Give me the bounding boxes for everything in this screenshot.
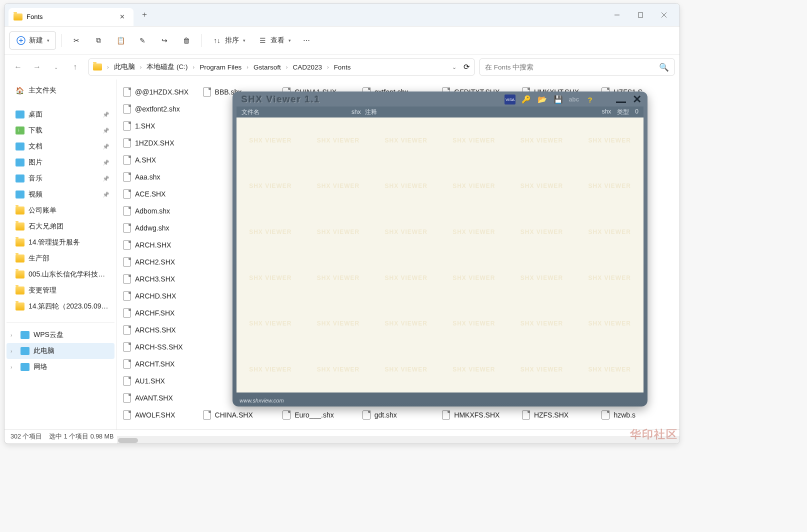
file-item[interactable]: HZFS.SHX [518,406,598,424]
new-button[interactable]: 新建 ▾ [10,32,56,50]
chevron-down-icon[interactable]: ⌄ [452,64,456,70]
back-button[interactable]: ← [10,58,26,76]
card-icon[interactable]: VISA [504,94,516,104]
refresh-button[interactable]: ⟳ [464,62,470,72]
sidebar-item-14.第四轮（2023.05.09-05.[interactable]: 14.第四轮（2023.05.09-05. [6,298,114,314]
sidebar-item-14.管理提升服务[interactable]: 14.管理提升服务 [6,234,114,250]
shx-titlebar[interactable]: SHX Viewer 1.1 VISA 🔑 📂 💾 abc ? ✕ [234,92,646,106]
history-chevron[interactable]: ⌄ [48,58,64,76]
sidebar-item-音乐[interactable]: 音乐 [6,170,114,186]
file-item[interactable]: ARCHT.SHX [119,356,199,372]
sidebar-item-label: 公司账单 [28,206,56,215]
sidebar-home[interactable]: 🏠 主文件夹 [6,82,114,98]
share-button[interactable]: ↪ [154,32,174,50]
breadcrumb-item[interactable]: CAD2023 [290,59,325,75]
sidebar-item-005.山东长信化学科技股份有[interactable]: 005.山东长信化学科技股份有 [6,266,114,282]
file-item[interactable]: Euro___.shx [278,406,358,424]
abc-button[interactable]: abc [568,94,580,104]
breadcrumb-item[interactable]: Gstarsoft [250,59,284,75]
horizontal-scrollbar[interactable] [117,436,680,444]
file-item[interactable]: ARCHD.SHX [119,288,199,304]
tab-fonts[interactable]: Fonts ✕ [8,8,134,26]
sidebar-item-文档[interactable]: 文档 [6,138,114,154]
paste-button[interactable]: 📋 [110,32,130,50]
file-item[interactable]: 1.SHX [119,118,199,134]
cut-button[interactable]: ✂ [66,32,86,50]
file-item[interactable]: @@1HZDX.SHX [119,84,199,100]
sidebar-item-石大兄弟团[interactable]: 石大兄弟团 [6,218,114,234]
file-item[interactable]: AWOLF.SHX [119,406,199,424]
sidebar-item-图片[interactable]: 图片 [6,154,114,170]
file-item[interactable]: gdt.shx [358,406,438,424]
save-icon[interactable]: 💾 [552,94,564,104]
file-item[interactable]: ARCH3.SHX [119,270,199,288]
file-item[interactable]: ARCHF.SHX [119,304,199,322]
file-item[interactable]: hzwb.s [598,406,678,424]
file-name: @extfont2.shx [135,105,180,113]
status-selection: 选中 1 个项目 0.98 MB [49,432,114,441]
close-icon[interactable]: ✕ [632,94,642,104]
file-item[interactable]: ACE.SHX [119,186,199,202]
shx-list-header: 文件名 shx 注释 shx 类型 0 [236,106,644,118]
minimize-icon[interactable] [616,94,626,104]
sidebar-tree-WPS云盘[interactable]: ›WPS云盘 [6,327,114,343]
breadcrumb[interactable]: › 此电脑 › 本地磁盘 (C:) › Program Files › Gsta… [88,58,474,76]
file-name: HZFS.SHX [534,411,568,419]
breadcrumb-item[interactable]: Fonts [331,59,354,75]
breadcrumb-item[interactable]: Program Files [196,59,244,75]
file-item[interactable]: ARCH-SS.SHX [119,338,199,356]
new-label: 新建 [29,36,43,45]
forward-button[interactable]: → [28,58,46,76]
delete-button[interactable]: 🗑 [176,32,196,50]
sidebar-item-公司账单[interactable]: 公司账单 [6,202,114,218]
file-item[interactable]: Adbom.shx [119,202,199,220]
rename-button[interactable]: ✎ [132,32,152,50]
file-item[interactable]: HMKXFS.SHX [438,406,518,424]
close-tab-icon[interactable]: ✕ [118,12,126,22]
more-button[interactable]: ⋯ [298,32,315,50]
new-tab-button[interactable]: ＋ [136,7,152,23]
view-button[interactable]: ☰ 查看 ▾ [252,32,296,50]
sidebar-item-下载[interactable]: 下载 [6,122,114,138]
sidebar-item-视频[interactable]: 视频 [6,186,114,202]
file-item[interactable]: Aaa.shx [119,168,199,186]
breadcrumb-item[interactable]: 此电脑 [111,59,138,75]
search-input[interactable] [485,64,659,71]
file-item[interactable]: ARCH2.SHX [119,254,199,270]
sidebar-item-生产部[interactable]: 生产部 [6,250,114,266]
chevron-right-icon: › [325,64,331,70]
maximize-button[interactable] [629,7,652,23]
file-item[interactable]: ARCHS.SHX [119,322,199,338]
key-icon[interactable]: 🔑 [520,94,532,104]
file-item[interactable]: A.SHX [119,152,199,168]
file-item[interactable]: AVANT.SHX [119,390,199,406]
sidebar-tree-网络[interactable]: ›网络 [6,359,114,375]
file-item[interactable]: Addwg.shx [119,220,199,236]
file-item[interactable]: 1HZDX.SHX [119,134,199,152]
sidebar-item-变更管理[interactable]: 变更管理 [6,282,114,298]
watermark-text: SHX VIEWER [440,301,508,347]
minimize-button[interactable] [606,7,628,23]
open-icon[interactable]: 📂 [536,94,548,104]
file-item[interactable]: AU1.SHX [119,372,199,390]
titlebar: Fonts ✕ ＋ [4,4,680,26]
breadcrumb-item[interactable]: 本地磁盘 (C:) [144,59,190,75]
chevron-right-icon[interactable]: › [10,364,12,370]
copy-button[interactable]: ⧉ [88,32,108,50]
file-item[interactable]: ARCH.SHX [119,236,199,254]
file-item[interactable]: @extfont2.shx [119,100,199,118]
shx-viewer-window[interactable]: SHX Viewer 1.1 VISA 🔑 📂 💾 abc ? ✕ 文件名 sh… [232,92,648,406]
chevron-right-icon[interactable]: › [10,348,12,354]
up-button[interactable]: ↑ [66,58,84,76]
sidebar-tree-此电脑[interactable]: ›此电脑 [6,343,114,359]
search-icon[interactable]: 🔍 [659,62,669,72]
chevron-right-icon[interactable]: › [10,332,12,338]
file-name: ARCH-SS.SHX [135,343,183,351]
file-item[interactable]: CHINA.SHX [199,406,279,424]
help-icon[interactable]: ? [584,94,596,104]
sidebar-item-桌面[interactable]: 桌面 [6,106,114,122]
close-window-button[interactable] [652,7,676,23]
scrollbar-thumb[interactable] [118,438,138,443]
search-box[interactable]: 🔍 [480,58,674,76]
sort-button[interactable]: ↑↓ 排序 ▾ [207,32,250,50]
